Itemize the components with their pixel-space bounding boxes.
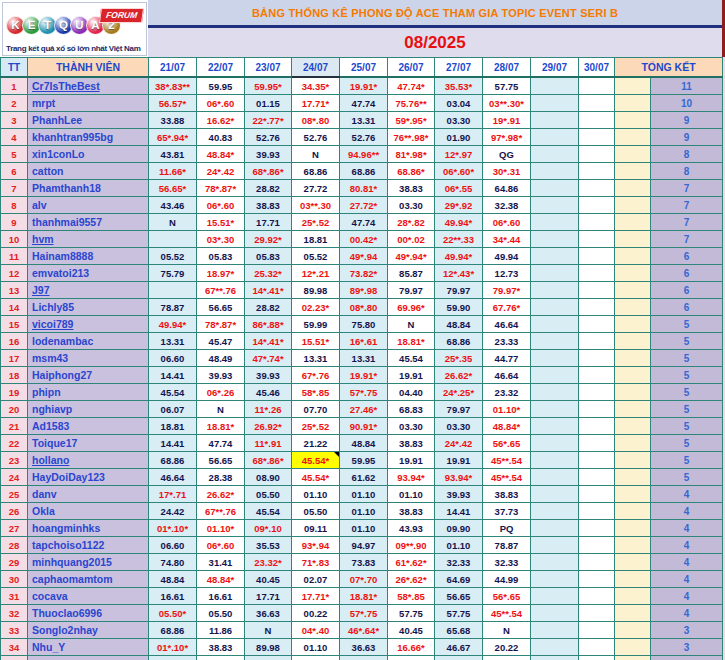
cell-empty[interactable] — [531, 554, 579, 571]
cell-score[interactable]: 93*.94 — [292, 537, 340, 554]
cell-rank[interactable]: 13 — [1, 282, 28, 299]
cell-note[interactable] — [615, 163, 651, 180]
cell-total[interactable]: 5 — [651, 333, 723, 350]
cell-score[interactable]: 48.84* — [483, 418, 531, 435]
cell-score[interactable]: 24*.42 — [435, 435, 483, 452]
cell-score[interactable]: 47.74* — [388, 77, 435, 95]
cell-score[interactable]: 89*.98 — [340, 282, 388, 299]
cell-total[interactable]: 5 — [651, 452, 723, 469]
cell-score[interactable]: 61*.62* — [388, 554, 435, 571]
cell-note[interactable] — [615, 248, 651, 265]
cell-score[interactable]: 06*.60 — [483, 214, 531, 231]
cell-score[interactable]: 05.50 — [245, 486, 292, 503]
cell-score[interactable]: N — [149, 214, 197, 231]
cell-score[interactable]: 68.83 — [388, 401, 435, 418]
cell-total[interactable]: 7 — [651, 197, 723, 214]
cell-score[interactable]: 40.83 — [197, 129, 245, 146]
cell-score[interactable]: 12*.97 — [435, 146, 483, 163]
cell-score[interactable]: 34*.44 — [483, 231, 531, 248]
cell-rank[interactable]: 2 — [1, 95, 28, 112]
cell-score[interactable]: 52.76 — [245, 129, 292, 146]
cell-empty[interactable] — [531, 350, 579, 367]
cell-score[interactable]: 27.46* — [340, 401, 388, 418]
cell-score[interactable]: 28.38 — [197, 469, 245, 486]
cell-score[interactable]: 68*.86* — [245, 163, 292, 180]
cell-member[interactable]: phipn — [28, 384, 149, 401]
cell-score[interactable]: 79.97 — [435, 401, 483, 418]
cell-score[interactable]: 19.91* — [340, 77, 388, 95]
cell-score[interactable]: 06*.55 — [435, 180, 483, 197]
cell-note[interactable] — [615, 452, 651, 469]
cell-score[interactable]: 52.76 — [340, 129, 388, 146]
col-header-total[interactable]: TỔNG KẾT — [615, 58, 723, 78]
cell-rank[interactable]: 28 — [1, 537, 28, 554]
cell-score[interactable]: 52.76 — [292, 129, 340, 146]
cell-empty[interactable] — [579, 452, 615, 469]
cell-score[interactable]: N — [245, 622, 292, 639]
cell-score[interactable]: 19.91* — [340, 367, 388, 384]
cell-score[interactable]: 30*.31 — [483, 163, 531, 180]
cell-total[interactable]: 4 — [651, 486, 723, 503]
cell-total[interactable]: 5 — [651, 469, 723, 486]
cell-score[interactable]: 56.65 — [435, 588, 483, 605]
cell-score[interactable]: 28.82 — [245, 180, 292, 197]
cell-score[interactable]: N — [388, 316, 435, 333]
cell-member[interactable]: xin1conLo — [28, 146, 149, 163]
cell-member[interactable]: alv — [28, 197, 149, 214]
cell-score[interactable]: 01.10* — [197, 520, 245, 537]
cell-score[interactable]: 01*.10* — [149, 520, 197, 537]
cell-empty[interactable] — [579, 299, 615, 316]
cell-score[interactable]: 03.30 — [388, 418, 435, 435]
cell-score[interactable]: 97*.98* — [483, 129, 531, 146]
cell-score[interactable]: 48.84 — [435, 316, 483, 333]
cell-note[interactable] — [615, 282, 651, 299]
cell-total[interactable]: 5 — [651, 384, 723, 401]
cell-score[interactable]: 46.64 — [483, 316, 531, 333]
cell-score[interactable]: 11.66* — [149, 163, 197, 180]
cell-score[interactable]: 78*.87* — [197, 316, 245, 333]
cell-score[interactable]: 01.10 — [435, 537, 483, 554]
cell-note[interactable] — [615, 197, 651, 214]
cell-score[interactable]: 67.76* — [483, 299, 531, 316]
cell-note[interactable] — [615, 639, 651, 656]
cell-empty[interactable] — [579, 486, 615, 503]
cell-empty[interactable] — [531, 639, 579, 656]
cell-empty[interactable] — [531, 333, 579, 350]
cell-empty[interactable] — [531, 418, 579, 435]
cell-score[interactable]: 16.62* — [197, 112, 245, 129]
cell-score[interactable]: 18.81 — [292, 231, 340, 248]
cell-score[interactable]: 26.92* — [245, 418, 292, 435]
cell-total[interactable]: 10 — [651, 95, 723, 112]
cell-score[interactable] — [149, 282, 197, 299]
cell-rank[interactable]: 34 — [1, 639, 28, 656]
cell-score[interactable]: 75.79 — [149, 265, 197, 282]
cell-total[interactable]: 5 — [651, 350, 723, 367]
cell-score[interactable]: 36.63 — [340, 639, 388, 656]
cell-score[interactable]: 59.95 — [197, 77, 245, 95]
cell-member[interactable]: J97 — [28, 282, 149, 299]
cell-score[interactable]: 23.32* — [245, 554, 292, 571]
cell-score[interactable]: 06.60 — [149, 537, 197, 554]
cell-score[interactable]: 25*.52 — [292, 418, 340, 435]
cell-note[interactable] — [615, 401, 651, 418]
cell-rank[interactable]: 15 — [1, 316, 28, 333]
cell-empty[interactable] — [531, 571, 579, 588]
cell-score[interactable]: 93.94* — [388, 469, 435, 486]
cell-empty[interactable] — [531, 265, 579, 282]
cell-score[interactable]: 67*.76 — [292, 367, 340, 384]
cell-empty[interactable] — [531, 401, 579, 418]
cell-note[interactable] — [615, 95, 651, 112]
cell-score[interactable]: 35.53 — [245, 537, 292, 554]
cell-note[interactable] — [615, 486, 651, 503]
cell-score[interactable]: 43.81 — [149, 146, 197, 163]
cell-score[interactable]: 34.35* — [292, 77, 340, 95]
cell-rank[interactable]: 22 — [1, 435, 28, 452]
cell-empty[interactable] — [579, 129, 615, 146]
cell-score[interactable]: 68.86 — [292, 163, 340, 180]
cell-rank[interactable]: 9 — [1, 214, 28, 231]
cell-rank[interactable]: 17 — [1, 350, 28, 367]
cell-score[interactable]: 40.45 — [388, 622, 435, 639]
cell-member[interactable]: mrpt — [28, 95, 149, 112]
cell-score[interactable]: 19.91 — [388, 452, 435, 469]
cell-score[interactable]: 74.80 — [149, 554, 197, 571]
